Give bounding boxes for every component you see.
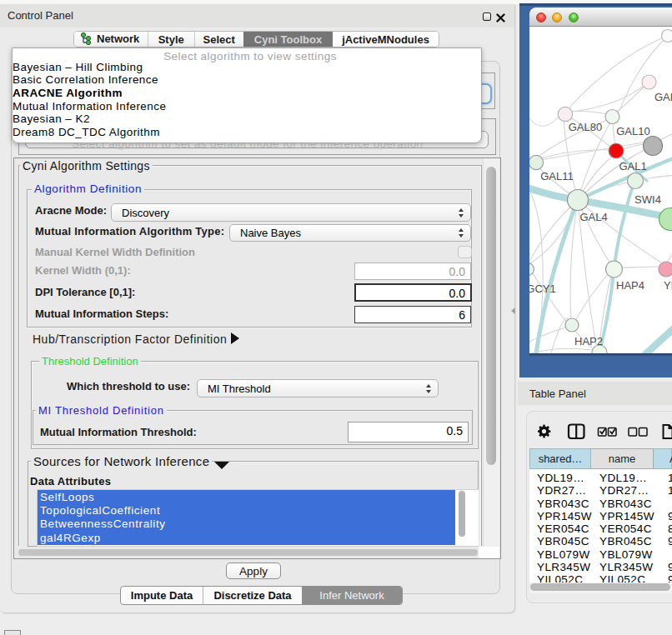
svg-text:GAL4: GAL4 <box>579 211 607 223</box>
svg-text:GAL10: GAL10 <box>616 125 649 138</box>
svg-text:GAL1: GAL1 <box>619 160 646 172</box>
svg-text:GAL11: GAL11 <box>540 170 574 182</box>
svg-text:YHR: YHR <box>664 279 672 292</box>
svg-text:GCY1: GCY1 <box>529 282 556 295</box>
svg-text:GAL2: GAL2 <box>654 91 672 103</box>
svg-text:HAP4: HAP4 <box>616 279 644 292</box>
svg-text:GAL80: GAL80 <box>569 121 602 133</box>
svg-text:HAP2: HAP2 <box>574 335 603 348</box>
svg-text:SWI4: SWI4 <box>634 193 661 206</box>
